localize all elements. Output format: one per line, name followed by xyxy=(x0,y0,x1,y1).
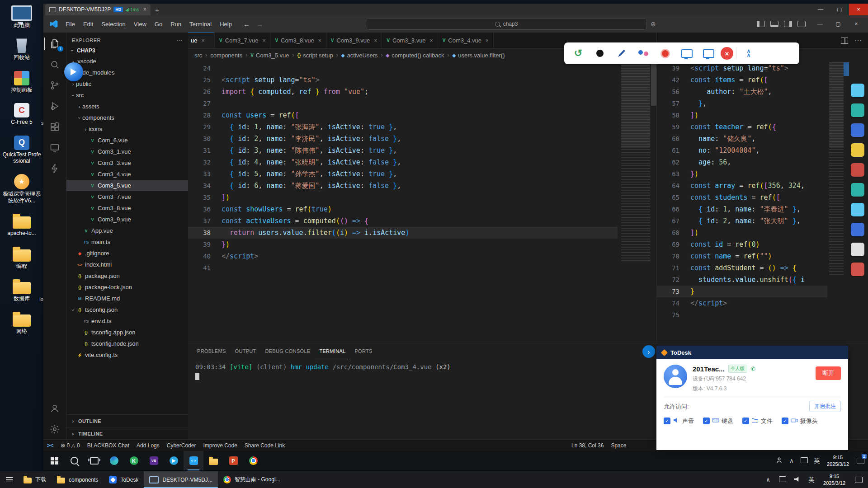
notification-center-icon[interactable]: 2 xyxy=(853,451,868,470)
activity-settings[interactable] xyxy=(44,419,66,440)
dock-icon-stop[interactable] xyxy=(851,263,864,276)
file-README.md[interactable]: MREADME.md xyxy=(66,293,188,304)
folder-assets[interactable]: ›assets xyxy=(66,101,188,112)
tab-Com3_8.vue[interactable]: VCom3_8.vue× xyxy=(270,33,326,48)
desktop-icon-网络[interactable]: 网络 xyxy=(1,312,42,334)
file-Com3_4.vue[interactable]: VCom3_4.vue xyxy=(66,169,188,180)
taskbar-icon-task[interactable] xyxy=(84,451,104,470)
close-button[interactable]: × xyxy=(849,4,868,15)
activity-extensions[interactable] xyxy=(44,117,66,137)
clock[interactable]: 9:152025/3/12 xyxy=(823,454,853,468)
activity-account[interactable] xyxy=(44,398,66,419)
desktop-icon-数据库[interactable]: 数据库log xyxy=(1,279,42,302)
file-env.d.ts[interactable]: TSenv.d.ts xyxy=(66,315,188,327)
file-Com3_7.vue[interactable]: VCom3_7.vue xyxy=(66,191,188,202)
taskbar-icon-edge[interactable] xyxy=(104,451,124,470)
tab-Com3_9.vue[interactable]: VCom3_9.vue× xyxy=(326,33,382,48)
code-editor[interactable]: 2425<script setup lang="ts">26import { c… xyxy=(188,62,618,343)
desktop-icon-apache-to...[interactable]: apache-to... xyxy=(1,214,42,236)
search-input[interactable]: chap3 xyxy=(366,18,647,30)
file-Com3_5.vue[interactable]: VCom3_5.vue xyxy=(66,180,188,191)
folder-node_modules[interactable]: ›node_modules xyxy=(66,67,188,78)
taskbar-item-下载[interactable]: 下载 xyxy=(18,471,52,488)
file-Com3_9.vue[interactable]: VCom3_9.vue xyxy=(66,214,188,225)
taskbar-icon-tg[interactable] xyxy=(164,451,184,470)
file-tsconfig.app.json[interactable]: {}tsconfig.app.json xyxy=(66,327,188,338)
checkbox-checked[interactable]: ✓ xyxy=(782,418,788,424)
menu-go[interactable]: Go xyxy=(151,19,166,29)
forward-icon[interactable]: → xyxy=(256,20,263,28)
menu-selection[interactable]: Selection xyxy=(97,19,129,29)
file-.gitignore[interactable]: ◆.gitignore xyxy=(66,248,188,259)
people-icon[interactable] xyxy=(773,457,785,465)
menu-terminal[interactable]: Terminal xyxy=(185,19,216,29)
menu-edit[interactable]: Edit xyxy=(79,19,97,29)
breadcrumb-item[interactable]: ◈activeUsers xyxy=(341,52,378,59)
desktop-icon-QuickTest Professional[interactable]: QuickTest Professional xyxy=(1,136,42,164)
tab-close-icon[interactable]: × xyxy=(201,38,204,44)
dock-icon-screen-share[interactable] xyxy=(851,84,864,97)
status-item-remote[interactable]: >< xyxy=(43,440,57,451)
new-tab-button[interactable]: + xyxy=(155,6,159,14)
status-item-blackbox-chat[interactable]: BLACKBOX Chat xyxy=(84,440,133,451)
folder-.vscode[interactable]: ›.vscode xyxy=(66,56,188,67)
breadcrumb-item[interactable]: components xyxy=(210,52,242,59)
annotation-laser-button[interactable] xyxy=(590,45,609,61)
dock-icon-monitor[interactable] xyxy=(851,203,864,216)
folder-public[interactable]: ›public xyxy=(66,78,188,89)
file-index.html[interactable]: <>index.html xyxy=(66,259,188,270)
minimap-right[interactable] xyxy=(829,62,844,275)
folder-components[interactable]: ›components xyxy=(66,112,188,123)
menu-help[interactable]: Help xyxy=(216,19,236,29)
toggle-sidebar-icon[interactable] xyxy=(757,21,765,27)
tab-close-icon[interactable]: × xyxy=(262,38,265,44)
file-main.ts[interactable]: TSmain.ts xyxy=(66,236,188,248)
panel-expand-button[interactable]: › xyxy=(642,345,655,358)
vscode-minimize-button[interactable]: — xyxy=(811,15,829,33)
maximize-button[interactable]: ▢ xyxy=(830,4,849,15)
vscode-restore-button[interactable]: ▢ xyxy=(829,15,847,33)
tab-close-icon[interactable]: × xyxy=(486,38,489,44)
network-icon[interactable] xyxy=(798,457,811,465)
panel-tab-debug-console[interactable]: DEBUG CONSOLE xyxy=(261,343,315,359)
file-Com_6.vue[interactable]: VCom_6.vue xyxy=(66,135,188,146)
panel-tab-problems[interactable]: PROBLEMS xyxy=(193,343,231,359)
permission-keyboard[interactable]: ✓键盘 xyxy=(703,417,733,425)
breadcrumb-item[interactable]: src xyxy=(194,52,202,59)
taskbar-icon-kingsoft[interactable]: K xyxy=(124,451,144,470)
annotation-end-session-button[interactable]: × xyxy=(721,47,733,60)
taskbar-icon-chrome[interactable] xyxy=(243,451,263,470)
tab-close-icon[interactable]: × xyxy=(143,6,146,13)
activity-run-debug[interactable] xyxy=(44,96,66,117)
permission-sound[interactable]: ✓声音 xyxy=(664,417,694,425)
permission-file[interactable]: ✓文件 xyxy=(742,417,773,425)
disconnect-button[interactable]: 断开 xyxy=(816,366,841,380)
taskbar-icon-win[interactable] xyxy=(44,451,64,470)
annotation-pen-button[interactable] xyxy=(612,45,631,61)
folder-icons[interactable]: ›icons xyxy=(66,123,188,135)
customize-layout-icon[interactable] xyxy=(797,21,806,27)
file-vite.config.ts[interactable]: ⚡vite.config.ts xyxy=(66,349,188,361)
remote-session-tab[interactable]: DESKTOP-VM5DJ2P HD 1ms × xyxy=(45,4,151,15)
dock-icon-record[interactable] xyxy=(851,163,864,177)
status-item-space[interactable]: Space xyxy=(607,442,630,449)
tab-close-icon[interactable]: × xyxy=(318,38,321,44)
taskbar-icon-folder[interactable] xyxy=(203,451,223,470)
vscode-close-button[interactable]: × xyxy=(847,15,865,33)
tab-Com3_7.vue[interactable]: VCom3_7.vue× xyxy=(215,33,270,48)
code-editor-right[interactable]: 39<script setup lang="ts">42const items … xyxy=(657,62,827,343)
permission-camera[interactable]: ✓摄像头 xyxy=(782,417,818,425)
toggle-panel-icon[interactable] xyxy=(770,21,778,27)
breadcrumb-item[interactable]: ◈users.value.filter() xyxy=(453,52,505,59)
file-App.vue[interactable]: VApp.vue xyxy=(66,225,188,236)
checkbox-checked[interactable]: ✓ xyxy=(703,418,710,424)
section-timeline[interactable]: ›TIMELINE xyxy=(66,427,188,440)
file-package-lock.json[interactable]: {}package-lock.json xyxy=(66,282,188,293)
taskbar-item-components[interactable]: components xyxy=(52,471,104,488)
more-actions-icon[interactable]: ⋯ xyxy=(177,37,183,43)
dock-icon-misc[interactable] xyxy=(851,243,864,256)
more-actions-icon[interactable]: ··· xyxy=(854,37,862,45)
tab-close-icon[interactable]: × xyxy=(430,38,433,44)
split-editor-icon[interactable] xyxy=(841,38,848,44)
section-outline[interactable]: ›OUTLINE xyxy=(66,414,188,427)
